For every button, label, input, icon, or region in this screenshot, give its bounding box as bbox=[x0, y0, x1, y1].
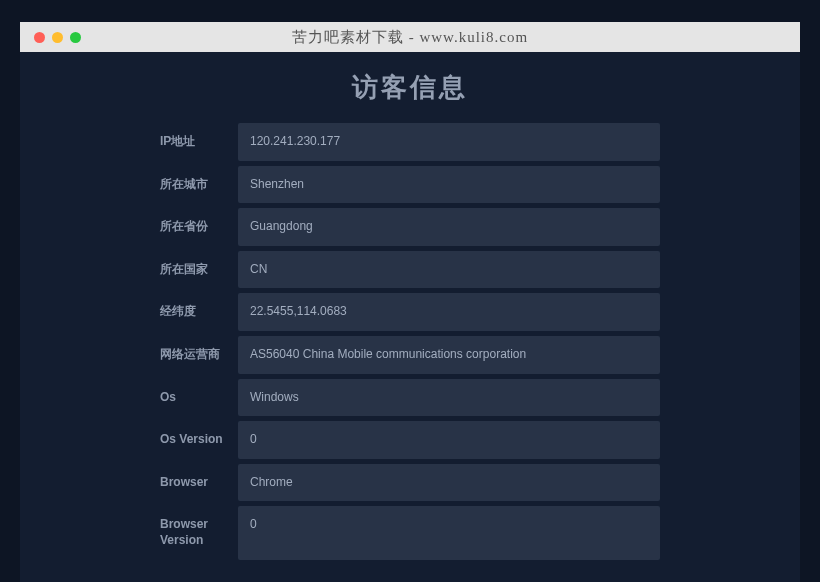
maximize-icon[interactable] bbox=[70, 32, 81, 43]
close-icon[interactable] bbox=[34, 32, 45, 43]
row-value: 0 bbox=[238, 506, 660, 559]
table-row: Os Version 0 bbox=[160, 421, 660, 459]
row-label: 网络运营商 bbox=[160, 336, 238, 374]
row-label: Browser bbox=[160, 464, 238, 502]
traffic-lights bbox=[34, 32, 81, 43]
window-title: 苦力吧素材下载 - www.kuli8.com bbox=[34, 28, 786, 47]
app-window: 苦力吧素材下载 - www.kuli8.com 访客信息 IP地址 120.24… bbox=[20, 22, 800, 582]
table-row: 网络运营商 AS56040 China Mobile communication… bbox=[160, 336, 660, 374]
window-content: 访客信息 IP地址 120.241.230.177 所在城市 Shenzhen … bbox=[20, 52, 800, 582]
row-label: Browser Version bbox=[160, 506, 238, 559]
table-row: Os Windows bbox=[160, 379, 660, 417]
window-titlebar: 苦力吧素材下载 - www.kuli8.com bbox=[20, 22, 800, 52]
row-label: 所在国家 bbox=[160, 251, 238, 289]
table-row: IP地址 120.241.230.177 bbox=[160, 123, 660, 161]
table-row: 所在国家 CN bbox=[160, 251, 660, 289]
visitor-info-table: IP地址 120.241.230.177 所在城市 Shenzhen 所在省份 … bbox=[160, 123, 660, 560]
row-value: Chrome bbox=[238, 464, 660, 502]
row-value: 120.241.230.177 bbox=[238, 123, 660, 161]
row-label: 所在省份 bbox=[160, 208, 238, 246]
row-value: AS56040 China Mobile communications corp… bbox=[238, 336, 660, 374]
table-row: 所在城市 Shenzhen bbox=[160, 166, 660, 204]
row-label: 经纬度 bbox=[160, 293, 238, 331]
table-row: Browser Version 0 bbox=[160, 506, 660, 559]
row-value: Shenzhen bbox=[238, 166, 660, 204]
row-value: Windows bbox=[238, 379, 660, 417]
table-row: 经纬度 22.5455,114.0683 bbox=[160, 293, 660, 331]
row-label: 所在城市 bbox=[160, 166, 238, 204]
minimize-icon[interactable] bbox=[52, 32, 63, 43]
row-label: IP地址 bbox=[160, 123, 238, 161]
row-label: Os Version bbox=[160, 421, 238, 459]
row-value: Guangdong bbox=[238, 208, 660, 246]
table-row: Browser Chrome bbox=[160, 464, 660, 502]
page-title: 访客信息 bbox=[20, 70, 800, 105]
row-label: Os bbox=[160, 379, 238, 417]
row-value: CN bbox=[238, 251, 660, 289]
table-row: 所在省份 Guangdong bbox=[160, 208, 660, 246]
row-value: 0 bbox=[238, 421, 660, 459]
row-value: 22.5455,114.0683 bbox=[238, 293, 660, 331]
